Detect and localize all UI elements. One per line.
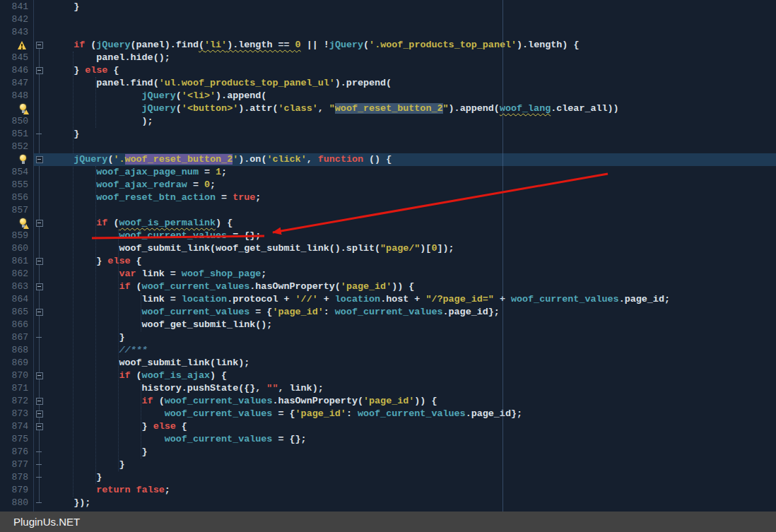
code-line-869[interactable]: 869 woof_submit_link(link); — [0, 357, 776, 370]
code-text: } — [0, 471, 102, 484]
code-line-854[interactable]: 854 woof_ajax_page_num = 1; — [0, 166, 776, 179]
code-line-867[interactable]: 867 } — [0, 331, 776, 344]
code-line-851[interactable]: 851 } — [0, 128, 776, 141]
code-text: woof_current_values = {}; — [0, 433, 307, 446]
code-line-877[interactable]: 877 } — [0, 459, 776, 471]
fold-collapse-marker[interactable] — [36, 220, 43, 227]
code-line-880[interactable]: 880 }); — [0, 497, 776, 509]
code-text: var link = woof_shop_page; — [0, 268, 266, 280]
code-line-873[interactable]: 873 woof_current_values = {'page_id': wo… — [0, 408, 776, 420]
code-line-862[interactable]: 862 var link = woof_shop_page; — [0, 268, 776, 280]
code-text: woof_get_submit_link(); — [0, 319, 272, 331]
code-line-845[interactable]: 845 panel.hide(); — [0, 52, 776, 64]
code-line-859[interactable]: 859 woof_current_values = {}; — [0, 230, 776, 242]
code-line-874[interactable]: 874 } else { — [0, 420, 776, 433]
code-text: } else { — [0, 420, 187, 433]
code-text: jQuery('<button>').attr('class', "woof_r… — [0, 102, 619, 115]
code-text: woof_current_values = {}; — [0, 230, 261, 242]
code-editor-window: 841 }842843 if (jQuery(panel).find('li')… — [0, 0, 776, 532]
code-line-853[interactable]: jQuery('.woof_reset_button_2').on('click… — [0, 153, 776, 166]
code-line-876[interactable]: 876 } — [0, 446, 776, 459]
editor-pane[interactable]: 841 }842843 if (jQuery(panel).find('li')… — [0, 0, 776, 512]
fold-collapse-marker[interactable] — [36, 156, 43, 163]
code-text: woof_submit_link(link); — [0, 357, 249, 370]
code-line-848[interactable]: 848 jQuery('<li>').append( — [0, 90, 776, 102]
code-line-864[interactable]: 864 link = location.protocol + '//' + lo… — [0, 293, 776, 306]
code-text: //*** — [0, 344, 148, 357]
fold-collapse-marker[interactable] — [36, 423, 43, 430]
code-line-866[interactable]: 866 woof_get_submit_link(); — [0, 319, 776, 331]
code-text: if (woof_is_ajax) { — [0, 370, 227, 382]
code-line-841[interactable]: 841 } — [0, 1, 776, 13]
code-line-844[interactable]: if (jQuery(panel).find('li').length == 0… — [0, 39, 776, 52]
code-text: if (woof_current_values.hasOwnProperty('… — [0, 395, 437, 408]
code-text: jQuery('<li>').append( — [0, 90, 266, 102]
code-line-875[interactable]: 875 woof_current_values = {}; — [0, 433, 776, 446]
code-text: } — [0, 128, 79, 141]
fold-collapse-marker[interactable] — [36, 258, 43, 265]
code-text: } else { — [0, 64, 119, 77]
code-line-843[interactable]: 843 — [0, 26, 776, 39]
watermark-bar: PluginUs.NET — [0, 512, 776, 532]
code-line-878[interactable]: 878 } — [0, 471, 776, 484]
code-line-868[interactable]: 868 //*** — [0, 344, 776, 357]
code-line-857[interactable]: 857 — [0, 204, 776, 217]
code-text: } else { — [0, 255, 142, 268]
code-line-879[interactable]: 879 return false; — [0, 484, 776, 497]
code-text: } — [0, 446, 148, 459]
code-line-858[interactable]: if (woof_is_permalink) { — [0, 217, 776, 230]
code-line-860[interactable]: 860 woof_submit_link(woof_get_submit_lin… — [0, 242, 776, 255]
code-text: woof_submit_link(woof_get_submit_link().… — [0, 242, 454, 255]
code-text: ); — [0, 115, 153, 128]
code-line-847[interactable]: 847 panel.find('ul.woof_products_top_pan… — [0, 77, 776, 90]
code-text: panel.find('ul.woof_products_top_panel_u… — [0, 77, 392, 90]
fold-collapse-marker[interactable] — [36, 67, 43, 74]
code-line-850[interactable]: 850 ); — [0, 115, 776, 128]
fold-collapse-marker[interactable] — [36, 410, 43, 418]
code-line-855[interactable]: 855 woof_ajax_redraw = 0; — [0, 179, 776, 191]
code-text: woof_ajax_redraw = 0; — [0, 179, 216, 191]
code-line-865[interactable]: 865 woof_current_values = {'page_id': wo… — [0, 306, 776, 319]
code-line-863[interactable]: 863 if (woof_current_values.hasOwnProper… — [0, 280, 776, 293]
code-text: woof_ajax_page_num = 1; — [0, 166, 227, 179]
code-line-872[interactable]: 872 if (woof_current_values.hasOwnProper… — [0, 395, 776, 408]
code-text: } — [0, 1, 79, 13]
code-text: } — [0, 459, 124, 471]
code-line-871[interactable]: 871 history.pushState({}, "", link); — [0, 382, 776, 395]
code-text: }); — [0, 497, 90, 509]
code-line-849[interactable]: jQuery('<button>').attr('class', "woof_r… — [0, 102, 776, 115]
line-number: 842 — [0, 13, 28, 26]
code-text: jQuery('.woof_reset_button_2').on('click… — [0, 153, 392, 166]
watermark-text: PluginUs.NET — [0, 512, 776, 532]
code-line-842[interactable]: 842 — [0, 13, 776, 26]
code-text: if (woof_current_values.hasOwnProperty('… — [0, 280, 414, 293]
line-number: 852 — [0, 141, 28, 153]
code-line-856[interactable]: 856 woof_reset_btn_action = true; — [0, 191, 776, 204]
right-margin-guide — [502, 0, 503, 512]
code-line-861[interactable]: 861 } else { — [0, 255, 776, 268]
fold-collapse-marker[interactable] — [36, 283, 43, 290]
code-text: panel.hide(); — [0, 52, 170, 64]
code-text: woof_reset_btn_action = true; — [0, 191, 261, 204]
code-text: woof_current_values = {'page_id': woof_c… — [0, 408, 522, 420]
fold-collapse-marker[interactable] — [36, 398, 43, 405]
code-line-846[interactable]: 846 } else { — [0, 64, 776, 77]
code-line-852[interactable]: 852 — [0, 141, 776, 153]
code-text: history.pushState({}, "", link); — [0, 382, 324, 395]
code-text: link = location.protocol + '//' + locati… — [0, 293, 670, 306]
fold-collapse-marker[interactable] — [36, 309, 43, 316]
code-text: woof_current_values = {'page_id': woof_c… — [0, 306, 500, 319]
code-lines: 841 }842843 if (jQuery(panel).find('li')… — [0, 1, 776, 512]
code-text: } — [0, 331, 124, 344]
code-text: return false; — [0, 484, 170, 497]
line-number: 857 — [0, 204, 28, 217]
code-text: if (woof_is_permalink) { — [0, 217, 233, 230]
code-line-870[interactable]: 870 if (woof_is_ajax) { — [0, 370, 776, 382]
line-number: 843 — [0, 26, 28, 39]
code-text: if (jQuery(panel).find('li').length == 0… — [0, 39, 579, 52]
fold-collapse-marker[interactable] — [36, 372, 43, 379]
fold-collapse-marker[interactable] — [36, 42, 43, 49]
